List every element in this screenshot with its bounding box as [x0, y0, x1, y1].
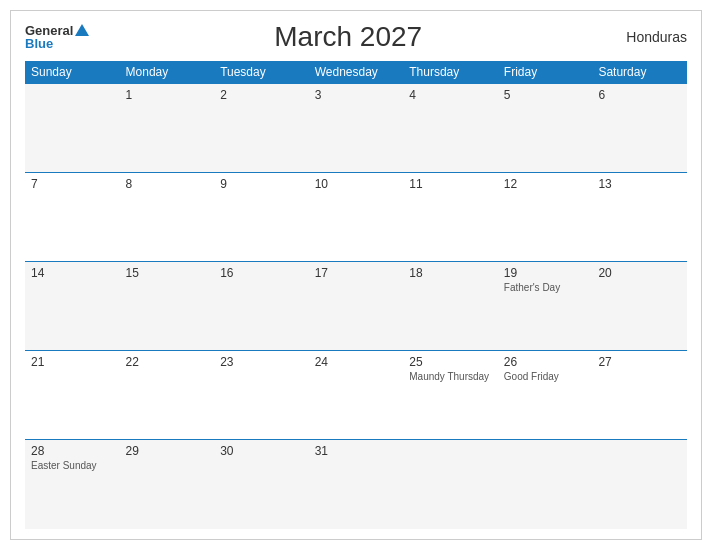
logo-blue-text: Blue [25, 37, 53, 50]
day-number: 11 [409, 177, 492, 191]
day-number: 18 [409, 266, 492, 280]
day-number: 2 [220, 88, 303, 102]
calendar-day-cell: 29 [120, 440, 215, 529]
day-number: 21 [31, 355, 114, 369]
calendar-day-cell: 5 [498, 84, 593, 173]
calendar-day-cell: 23 [214, 351, 309, 440]
calendar-day-cell: 27 [592, 351, 687, 440]
calendar-day-cell: 22 [120, 351, 215, 440]
header-tuesday: Tuesday [214, 61, 309, 84]
calendar-day-cell [25, 84, 120, 173]
header-wednesday: Wednesday [309, 61, 404, 84]
day-number: 22 [126, 355, 209, 369]
calendar-day-cell: 24 [309, 351, 404, 440]
day-number: 15 [126, 266, 209, 280]
calendar-country: Honduras [607, 29, 687, 45]
calendar-day-cell: 7 [25, 173, 120, 262]
calendar-day-cell: 8 [120, 173, 215, 262]
calendar-day-cell: 16 [214, 262, 309, 351]
calendar-day-cell: 21 [25, 351, 120, 440]
day-number: 26 [504, 355, 587, 369]
calendar-container: General Blue March 2027 Honduras Sunday … [10, 10, 702, 540]
calendar-day-cell: 13 [592, 173, 687, 262]
day-number: 9 [220, 177, 303, 191]
event-label: Father's Day [504, 282, 587, 294]
calendar-day-cell: 25Maundy Thursday [403, 351, 498, 440]
calendar-day-cell: 10 [309, 173, 404, 262]
day-number: 27 [598, 355, 681, 369]
calendar-day-cell: 20 [592, 262, 687, 351]
calendar-day-cell: 15 [120, 262, 215, 351]
calendar-day-cell: 2 [214, 84, 309, 173]
calendar-day-cell: 9 [214, 173, 309, 262]
calendar-week-row: 123456 [25, 84, 687, 173]
day-number: 12 [504, 177, 587, 191]
logo-triangle-icon [75, 24, 89, 36]
calendar-day-cell [592, 440, 687, 529]
calendar-day-cell: 11 [403, 173, 498, 262]
day-number: 5 [504, 88, 587, 102]
day-number: 25 [409, 355, 492, 369]
calendar-day-cell: 1 [120, 84, 215, 173]
event-label: Maundy Thursday [409, 371, 492, 383]
header-monday: Monday [120, 61, 215, 84]
calendar-day-cell [403, 440, 498, 529]
day-number: 28 [31, 444, 114, 458]
day-number: 3 [315, 88, 398, 102]
calendar-day-cell: 30 [214, 440, 309, 529]
calendar-header: General Blue March 2027 Honduras [25, 21, 687, 53]
logo: General Blue [25, 24, 89, 50]
calendar-day-cell: 14 [25, 262, 120, 351]
day-number: 10 [315, 177, 398, 191]
day-number: 20 [598, 266, 681, 280]
day-number: 30 [220, 444, 303, 458]
calendar-week-row: 28Easter Sunday293031 [25, 440, 687, 529]
calendar-day-cell: 17 [309, 262, 404, 351]
event-label: Good Friday [504, 371, 587, 383]
calendar-day-cell [498, 440, 593, 529]
day-number: 24 [315, 355, 398, 369]
calendar-day-cell: 4 [403, 84, 498, 173]
day-number: 14 [31, 266, 114, 280]
day-number: 23 [220, 355, 303, 369]
day-number: 4 [409, 88, 492, 102]
day-number: 17 [315, 266, 398, 280]
weekday-header-row: Sunday Monday Tuesday Wednesday Thursday… [25, 61, 687, 84]
calendar-day-cell: 31 [309, 440, 404, 529]
calendar-table: Sunday Monday Tuesday Wednesday Thursday… [25, 61, 687, 529]
day-number: 29 [126, 444, 209, 458]
day-number: 1 [126, 88, 209, 102]
day-number: 31 [315, 444, 398, 458]
calendar-day-cell: 6 [592, 84, 687, 173]
day-number: 8 [126, 177, 209, 191]
event-label: Easter Sunday [31, 460, 114, 472]
calendar-day-cell: 12 [498, 173, 593, 262]
header-saturday: Saturday [592, 61, 687, 84]
calendar-title: March 2027 [89, 21, 607, 53]
day-number: 16 [220, 266, 303, 280]
day-number: 6 [598, 88, 681, 102]
calendar-week-row: 78910111213 [25, 173, 687, 262]
header-thursday: Thursday [403, 61, 498, 84]
calendar-day-cell: 18 [403, 262, 498, 351]
calendar-day-cell: 28Easter Sunday [25, 440, 120, 529]
header-sunday: Sunday [25, 61, 120, 84]
calendar-day-cell: 19Father's Day [498, 262, 593, 351]
day-number: 7 [31, 177, 114, 191]
calendar-week-row: 2122232425Maundy Thursday26Good Friday27 [25, 351, 687, 440]
day-number: 13 [598, 177, 681, 191]
day-number: 19 [504, 266, 587, 280]
calendar-week-row: 141516171819Father's Day20 [25, 262, 687, 351]
calendar-day-cell: 26Good Friday [498, 351, 593, 440]
header-friday: Friday [498, 61, 593, 84]
calendar-day-cell: 3 [309, 84, 404, 173]
